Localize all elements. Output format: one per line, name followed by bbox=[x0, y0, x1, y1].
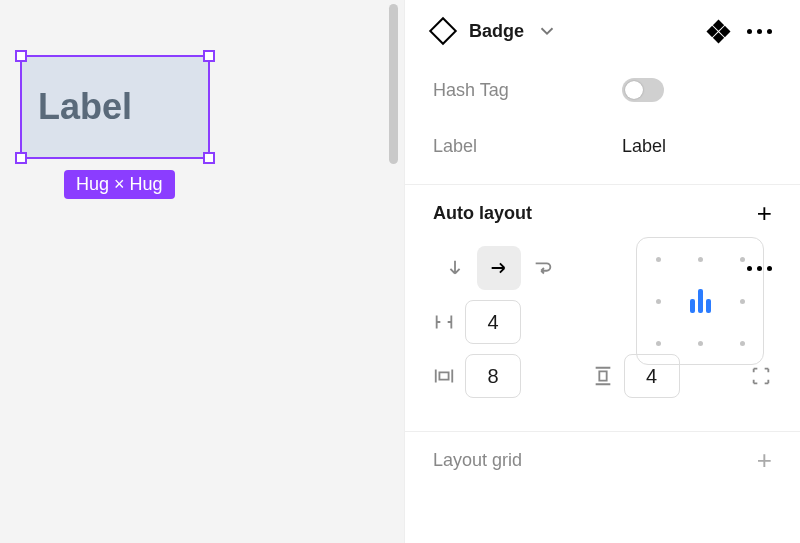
canvas-scrollbar[interactable] bbox=[389, 4, 398, 164]
auto-layout-section-header[interactable]: Auto layout + bbox=[405, 185, 800, 241]
arrow-down-icon bbox=[444, 257, 466, 279]
wrap-icon bbox=[532, 257, 554, 279]
component-header: Badge bbox=[405, 0, 800, 62]
layout-grid-add-icon[interactable]: + bbox=[757, 447, 772, 473]
auto-layout-body: 4 8 4 bbox=[405, 241, 800, 421]
selection-dimensions-badge: Hug × Hug bbox=[64, 170, 175, 199]
resize-handle-tl[interactable] bbox=[15, 50, 27, 62]
gap-field[interactable]: 4 bbox=[465, 300, 521, 344]
prop-label-value[interactable]: Label bbox=[622, 136, 666, 156]
prop-hash-tag-label: Hash Tag bbox=[433, 80, 509, 101]
alignment-control[interactable] bbox=[636, 237, 764, 365]
resize-handle-br[interactable] bbox=[203, 152, 215, 164]
resize-handle-tr[interactable] bbox=[203, 50, 215, 62]
auto-layout-title: Auto layout bbox=[433, 203, 532, 224]
direction-vertical-button[interactable] bbox=[433, 246, 477, 290]
direction-wrap-button[interactable] bbox=[521, 246, 565, 290]
auto-layout-add-icon[interactable]: + bbox=[757, 200, 772, 226]
component-name[interactable]: Badge bbox=[469, 21, 524, 42]
chevron-down-icon[interactable] bbox=[536, 20, 558, 42]
gap-icon bbox=[433, 311, 455, 333]
prop-label-row: Label Label bbox=[405, 118, 800, 174]
canvas-area[interactable]: Label Hug × Hug bbox=[0, 0, 405, 543]
prop-label-name: Label bbox=[433, 136, 477, 157]
v-padding-icon bbox=[592, 365, 614, 387]
arrow-right-icon bbox=[488, 257, 510, 279]
inspector-panel: Badge Hash Tag ↖︎ Label Label Auto layou… bbox=[405, 0, 800, 543]
component-icon bbox=[429, 17, 457, 45]
h-padding-icon bbox=[433, 365, 455, 387]
h-padding-field[interactable]: 8 bbox=[465, 354, 521, 398]
direction-horizontal-button[interactable] bbox=[477, 246, 521, 290]
individual-padding-icon[interactable] bbox=[750, 365, 772, 387]
resize-handle-bl[interactable] bbox=[15, 152, 27, 164]
layout-grid-section-header[interactable]: Layout grid + bbox=[405, 432, 800, 488]
component-set-icon[interactable] bbox=[706, 19, 730, 43]
frame-text: Label bbox=[38, 86, 132, 128]
selected-frame-badge[interactable]: Label bbox=[20, 55, 210, 159]
layout-grid-title: Layout grid bbox=[433, 450, 522, 471]
alignment-center-icon bbox=[690, 289, 711, 313]
prop-hash-tag-row: Hash Tag bbox=[405, 62, 800, 118]
hash-tag-toggle[interactable] bbox=[622, 78, 664, 102]
component-more-icon[interactable] bbox=[747, 29, 772, 34]
